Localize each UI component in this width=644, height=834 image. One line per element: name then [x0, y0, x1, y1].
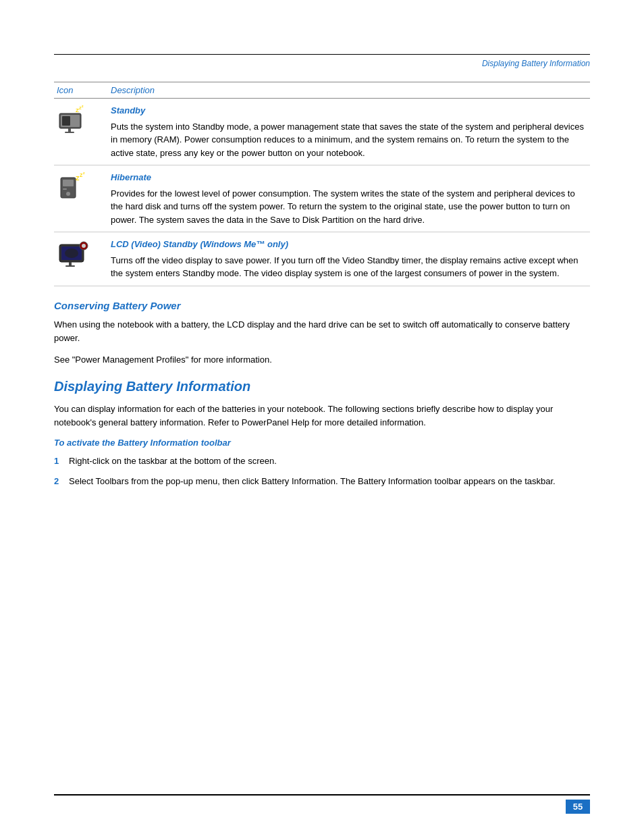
top-rule [54, 54, 590, 55]
standby-icon-cell: Z Z z [54, 99, 108, 165]
svg-rect-18 [65, 265, 75, 267]
hibernate-icon: Z Z z [57, 171, 92, 203]
top-rule-area: Displaying Battery Information [0, 0, 644, 68]
conserving-body2: See "Power Management Profiles" for more… [54, 353, 590, 367]
table-header-icon: Icon [54, 82, 108, 99]
svg-rect-9 [63, 180, 74, 186]
lcd-standby-icon-cell [54, 232, 108, 286]
standby-icon: Z Z z [57, 104, 92, 136]
displaying-section: Displaying Battery Information You can d… [54, 379, 590, 489]
page-number-row: 55 [54, 800, 590, 814]
standby-title: Standby [111, 104, 585, 118]
top-header-row: Displaying Battery Information [54, 59, 590, 68]
svg-text:z: z [82, 104, 84, 108]
svg-rect-2 [68, 128, 71, 132]
footer-area: 55 [0, 794, 644, 834]
standby-body: Puts the system into Standby mode, a pow… [111, 122, 584, 158]
conserving-body1: When using the notebook with a battery, … [54, 318, 590, 345]
svg-point-19 [65, 249, 78, 258]
step-text-1: Right-click on the taskbar at the bottom… [69, 454, 590, 468]
page: Displaying Battery Information Icon Desc… [0, 0, 644, 834]
conserving-section: Conserving Battery Power When using the … [54, 300, 590, 367]
standby-description-cell: Standby Puts the system into Standby mod… [108, 99, 590, 165]
hibernate-icon-cell: Z Z z [54, 165, 108, 232]
lcd-standby-icon [57, 238, 92, 270]
hibernate-title: Hibernate [111, 171, 585, 184]
step-number-2: 2 [54, 475, 69, 488]
displaying-subheading: To activate the Battery Information tool… [54, 438, 590, 448]
svg-text:z: z [83, 171, 85, 175]
hibernate-description-cell: Hibernate Provides for the lowest level … [108, 165, 590, 232]
svg-point-21 [82, 244, 86, 248]
conserving-heading: Conserving Battery Power [54, 300, 590, 311]
table-row: Z Z z Standby Puts the system into Stand… [54, 99, 590, 165]
power-modes-table: Icon Description [54, 82, 590, 286]
main-content: Icon Description [0, 82, 644, 488]
step-text-2: Select Toolbars from the pop-up menu, th… [69, 475, 590, 488]
lcd-standby-description-cell: LCD (Video) Standby (Windows Me™ only) T… [108, 232, 590, 286]
svg-rect-7 [62, 116, 70, 126]
table-row: LCD (Video) Standby (Windows Me™ only) T… [54, 232, 590, 286]
page-number: 55 [566, 800, 590, 814]
svg-rect-3 [65, 132, 74, 133]
table-row: Z Z z Hibernate Provides for the lowest … [54, 165, 590, 232]
table-header-description: Description [108, 82, 590, 99]
svg-point-10 [66, 192, 70, 196]
list-item: 1 Right-click on the taskbar at the bott… [54, 454, 590, 468]
lcd-standby-title: LCD (Video) Standby (Windows Me™ only) [111, 238, 585, 251]
steps-list: 1 Right-click on the taskbar at the bott… [54, 454, 590, 488]
page-header-title: Displaying Battery Information [482, 59, 590, 68]
displaying-body: You can display information for each of … [54, 402, 590, 429]
bottom-rule [54, 794, 590, 796]
hibernate-body: Provides for the lowest level of power c… [111, 188, 575, 225]
lcd-standby-body: Turns off the video display to save powe… [111, 255, 579, 279]
list-item: 2 Select Toolbars from the pop-up menu, … [54, 475, 590, 488]
displaying-heading: Displaying Battery Information [54, 379, 590, 394]
step-number-1: 1 [54, 454, 69, 468]
svg-rect-11 [63, 188, 67, 190]
svg-rect-17 [69, 262, 72, 265]
